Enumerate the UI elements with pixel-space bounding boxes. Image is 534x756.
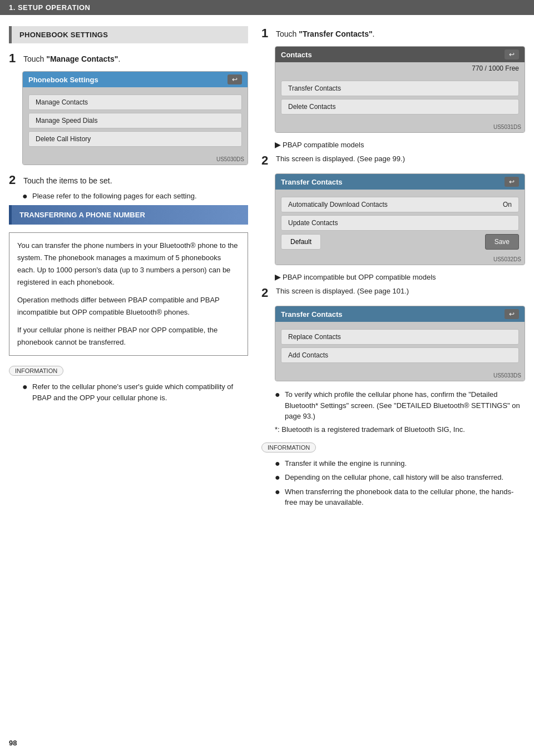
ui-box-body-transfer-pbap: Automatically Download Contacts On Updat… (275, 190, 525, 255)
info2-bullet-3-text: When transferring the phonebook data to … (285, 486, 525, 508)
transfer-info-box: You can transfer the phone numbers in yo… (9, 232, 248, 356)
right-column: 1 Touch "Transfer Contacts". Contacts ↩ … (261, 26, 525, 511)
ui-box-footer-transfer-pbap: US5032DS (275, 255, 525, 265)
ui-box-body-contacts: Transfer Contacts Delete Contacts (275, 73, 525, 123)
asterisk-note: *: Bluetooth is a registered trademark o… (275, 425, 525, 434)
ui-box-body-phonebook: Manage Contacts Manage Speed Dials Delet… (23, 87, 248, 155)
ui-box-body-transfer-opp: Replace Contacts Add Contacts (275, 322, 525, 371)
info2-bullet-1-text: Transfer it while the engine is running. (285, 458, 407, 469)
info2-bullet-3: ● When transferring the phonebook data t… (275, 486, 525, 508)
menu-item-transfer-contacts[interactable]: Transfer Contacts (281, 81, 519, 96)
menu-item-manage-contacts[interactable]: Manage Contacts (28, 94, 242, 110)
menu-item-manage-speed-dials[interactable]: Manage Speed Dials (28, 113, 242, 128)
step-2b-right: 2 This screen is displayed. (See page 10… (261, 286, 525, 300)
ui-box-phonebook-settings: Phonebook Settings ↩ Manage Contacts Man… (22, 71, 248, 165)
text-box-para-3: If your cellular phone is neither PBAP n… (17, 324, 240, 349)
default-button[interactable]: Default (281, 234, 321, 250)
ui-box-footer-phonebook: US5030DS (23, 155, 248, 165)
step-2-text: Touch the items to be set. (23, 173, 112, 187)
info2-bullet-2-text: Depending on the cellular phone, call hi… (285, 472, 503, 483)
ui-box-title-phonebook: Phonebook Settings ↩ (23, 72, 248, 87)
ui-box-footer-transfer-opp: US5033DS (275, 371, 525, 381)
pbap-incompat-bullet: ▶PBAP incompatible but OPP compatible mo… (275, 273, 525, 281)
back-button-phonebook[interactable]: ↩ (228, 74, 242, 84)
step-2b-number: 2 (261, 286, 271, 300)
section-heading-transfer: TRANSFERRING A PHONE NUMBER (9, 205, 248, 225)
step-2-left: 2 Touch the items to be set. (9, 173, 248, 187)
auto-download-label: Automatically Download Contacts (288, 201, 388, 208)
text-box-para-2: Operation methods differ between PBAP co… (17, 294, 240, 319)
save-button[interactable]: Save (485, 234, 519, 250)
info-bullet-text: Refer to the cellular phone's user's gui… (32, 381, 248, 403)
menu-item-update-contacts[interactable]: Update Contacts (281, 215, 519, 231)
page-header: 1. SETUP OPERATION (0, 0, 534, 15)
step-1-bold: "Manage Contacts" (46, 54, 118, 63)
menu-item-add-contacts[interactable]: Add Contacts (281, 347, 519, 363)
step-1-text: Touch "Manage Contacts". (23, 51, 120, 65)
info2-bullet-2: ● Depending on the cellular phone, call … (275, 472, 525, 483)
text-box-para-1: You can transfer the phone numbers in yo… (17, 240, 240, 289)
ui-box-title-transfer-pbap: Transfer Contacts ↩ (275, 174, 525, 190)
step-1-number: 1 (9, 51, 19, 66)
bullet-text-refer: Please refer to the following pages for … (32, 191, 197, 202)
page-number: 98 (9, 739, 17, 747)
step-2a-text: This screen is displayed. (See page 99.) (276, 153, 405, 163)
menu-item-replace-contacts[interactable]: Replace Contacts (281, 329, 519, 345)
step-1-right: 1 Touch "Transfer Contacts". (261, 26, 525, 41)
back-button-transfer-opp[interactable]: ↩ (505, 309, 519, 319)
ui-box-title-contacts: Contacts ↩ (275, 47, 525, 62)
back-button-contacts[interactable]: ↩ (505, 49, 519, 59)
bullet-verify-text: To verify which profile the cellular pho… (285, 389, 525, 422)
bullet-dot-1: ● (22, 191, 29, 201)
left-column: PHONEBOOK SETTINGS 1 Touch "Manage Conta… (9, 26, 248, 511)
ui-box-title-transfer-opp: Transfer Contacts ↩ (275, 306, 525, 322)
step-1-left: 1 Touch "Manage Contacts". (9, 51, 248, 66)
step-1-right-text: Touch "Transfer Contacts". (276, 26, 374, 40)
page-content: PHONEBOOK SETTINGS 1 Touch "Manage Conta… (0, 15, 534, 523)
pbap-compat-bullet: ▶PBAP compatible models (275, 141, 525, 149)
auto-download-value: On (503, 201, 512, 208)
info-box-right: INFORMATION (261, 442, 316, 452)
step-2-number: 2 (9, 173, 19, 187)
info-bullet-left: ● Refer to the cellular phone's user's g… (22, 381, 248, 403)
back-button-transfer-pbap[interactable]: ↩ (505, 177, 519, 187)
menu-item-delete-contacts[interactable]: Delete Contacts (281, 99, 519, 115)
ui-box-transfer-pbap: Transfer Contacts ↩ Automatically Downlo… (275, 173, 525, 265)
info2-bullet-1: ● Transfer it while the engine is runnin… (275, 458, 525, 469)
bullet-item-refer: ● Please refer to the following pages fo… (22, 191, 248, 202)
step-2a-right: 2 This screen is displayed. (See page 99… (261, 153, 525, 168)
step-2b-text: This screen is displayed. (See page 101.… (276, 286, 409, 295)
step-1-right-number: 1 (261, 26, 271, 41)
ui-box-transfer-opp: Transfer Contacts ↩ Replace Contacts Add… (275, 306, 525, 381)
contacts-count: 770 / 1000 Free (275, 62, 525, 73)
ui-box-footer-contacts: US5031DS (275, 123, 525, 132)
bullet-verify: ● To verify which profile the cellular p… (275, 389, 525, 422)
menu-item-delete-call-history[interactable]: Delete Call History (28, 131, 242, 147)
info-bullet-dot: ● (22, 381, 29, 392)
info-box-left: INFORMATION (9, 366, 63, 376)
step-2a-number: 2 (261, 153, 271, 168)
ui-bottom-row: Default Save (281, 234, 519, 250)
step-1-right-bold: "Transfer Contacts" (299, 29, 372, 38)
ui-box-contacts: Contacts ↩ 770 / 1000 Free Transfer Cont… (275, 46, 525, 133)
header-title: 1. SETUP OPERATION (9, 3, 91, 12)
section-heading-phonebook: PHONEBOOK SETTINGS (9, 26, 248, 43)
auto-download-row: Automatically Download Contacts On (281, 197, 519, 212)
